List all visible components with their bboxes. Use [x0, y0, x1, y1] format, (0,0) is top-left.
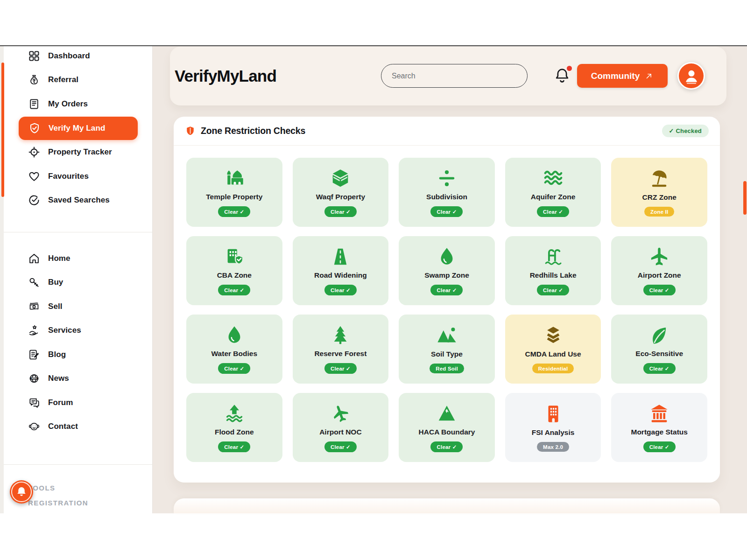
zone-card-label: Reserve Forest	[314, 350, 366, 358]
zone-card-aquifer-zone[interactable]: Aquifer Zone Clear ✓	[505, 158, 601, 227]
layers-icon	[543, 325, 564, 346]
zone-card-crz-zone[interactable]: CRZ Zone Zone II	[611, 158, 707, 227]
tracker-icon	[28, 146, 40, 158]
zone-card-water-bodies[interactable]: Water Bodies Clear ✓	[186, 315, 282, 384]
zone-card-eco-sensitive[interactable]: Eco-Sensitive Clear ✓	[611, 315, 707, 384]
zone-card-mortgage-status[interactable]: Mortgage Status Clear ✓	[611, 393, 707, 462]
sidebar-item-property-tracker[interactable]: Property Tracker	[4, 140, 152, 165]
road-icon	[330, 246, 351, 267]
user-avatar[interactable]	[677, 62, 705, 90]
community-button-label: Community	[591, 71, 640, 81]
zone-card-badge: Clear ✓	[643, 285, 676, 295]
zone-checks-panel: Zone Restriction Checks ✓ Checked Temple…	[174, 117, 720, 483]
zone-card-redhills-lake[interactable]: Redhills Lake Clear ✓	[505, 236, 601, 305]
blog-icon	[28, 349, 40, 361]
external-arrow-icon	[644, 71, 654, 81]
zone-card-temple-property[interactable]: Temple Property Clear ✓	[186, 158, 282, 227]
sidebar-item-referral[interactable]: Referral	[4, 68, 152, 92]
community-button[interactable]: Community	[577, 64, 668, 88]
zone-card-label: Soil Type	[431, 350, 463, 358]
sidebar: Dashboard Referral My Orders Verify My L…	[4, 46, 153, 513]
zone-card-label: Subdivision	[426, 193, 467, 201]
zone-card-reserve-forest[interactable]: Reserve Forest Clear ✓	[293, 315, 389, 384]
key-icon	[28, 276, 40, 288]
sidebar-item-contact[interactable]: Contact	[4, 415, 152, 439]
water-drop-icon	[224, 324, 245, 346]
zone-card-badge: Clear ✓	[324, 285, 357, 295]
zone-card-badge: Clear ✓	[324, 206, 357, 217]
home-icon	[28, 252, 40, 265]
zone-card-label: Airport NOC	[319, 428, 361, 436]
sidebar-item-my-orders[interactable]: My Orders	[4, 92, 152, 116]
sidebar-item-buy[interactable]: Buy	[4, 271, 152, 295]
bell-icon	[15, 486, 28, 498]
pool-ladder-icon	[543, 246, 564, 267]
zone-card-swamp-zone[interactable]: Swamp Zone Clear ✓	[399, 236, 495, 305]
sidebar-item-sell[interactable]: Sell	[4, 294, 152, 319]
cash-icon	[28, 301, 40, 313]
zone-card-badge: Clear ✓	[430, 285, 463, 295]
sidebar-item-favourites[interactable]: Favourites	[4, 164, 152, 189]
zone-card-airport-noc[interactable]: Airport NOC Clear ✓	[293, 393, 389, 462]
zone-card-road-widening[interactable]: Road Widening Clear ✓	[293, 236, 389, 305]
sidebar-footer-registration-label: REGISTRATION	[28, 499, 88, 507]
zone-cards-grid: Temple Property Clear ✓ Waqf Property Cl…	[174, 146, 720, 462]
waves-icon	[543, 168, 564, 189]
zone-card-haca-boundary[interactable]: HACA Boundary Clear ✓	[399, 393, 495, 462]
zone-card-waqf-property[interactable]: Waqf Property Clear ✓	[293, 158, 389, 227]
zone-card-label: Swamp Zone	[424, 271, 469, 280]
search-input[interactable]	[381, 64, 528, 88]
mountain-icon	[436, 403, 458, 424]
notification-bell-button[interactable]	[554, 66, 572, 85]
zone-card-cmda-land-use[interactable]: CMDA Land Use Residential	[505, 315, 601, 384]
zone-card-flood-zone[interactable]: Flood Zone Clear ✓	[186, 393, 282, 462]
zone-card-fsi-analysis[interactable]: FSI Analysis Max 2.0	[505, 393, 601, 462]
zone-card-label: Temple Property	[206, 193, 262, 201]
sidebar-item-services[interactable]: Services	[4, 319, 152, 343]
sidebar-secondary-nav: Home Buy Sell Services Blog NEWS News Fo…	[4, 246, 152, 439]
zone-card-badge: Red Soil	[430, 364, 464, 373]
mountain-sun-icon	[436, 325, 458, 346]
referral-icon	[28, 74, 40, 86]
person-icon	[682, 67, 701, 85]
building-icon	[543, 403, 564, 425]
zone-card-label: FSI Analysis	[532, 428, 575, 437]
sidebar-item-verify-my-land[interactable]: Verify My Land	[19, 117, 138, 140]
zone-card-label: Road Widening	[314, 271, 367, 280]
zone-card-badge: Clear ✓	[643, 363, 676, 374]
shield-icon	[185, 126, 196, 136]
zone-card-subdivision[interactable]: Subdivision Clear ✓	[399, 158, 495, 227]
pine-tree-icon	[330, 324, 351, 346]
sidebar-item-blog[interactable]: Blog	[4, 343, 152, 367]
zone-card-label: CBA Zone	[217, 271, 252, 280]
zone-card-badge: Clear ✓	[537, 206, 569, 217]
news-icon: NEWS	[28, 372, 40, 385]
zone-card-airport-zone[interactable]: Airport Zone Clear ✓	[611, 236, 707, 305]
zone-card-cba-zone[interactable]: CBA Zone Clear ✓	[186, 236, 282, 305]
zone-card-label: Aquifer Zone	[531, 193, 576, 201]
next-panel-partial	[174, 498, 720, 513]
hand-star-icon	[28, 324, 40, 336]
sidebar-item-news[interactable]: NEWS News	[4, 367, 152, 391]
zone-card-badge: Residential	[532, 364, 574, 373]
zone-card-badge: Zone II	[644, 207, 674, 217]
forum-icon	[28, 397, 40, 409]
sidebar-divider	[4, 232, 152, 232]
app-title: VerifyMyLand	[175, 67, 276, 85]
beach-umbrella-icon	[648, 168, 670, 189]
scrollbar-thumb[interactable]	[743, 181, 747, 215]
zone-card-badge: Max 2.0	[537, 442, 569, 452]
sidebar-item-forum[interactable]: Forum	[4, 391, 152, 415]
svg-text:NEWS: NEWS	[31, 378, 37, 380]
notification-fab[interactable]	[10, 480, 33, 504]
zone-card-label: Redhills Lake	[530, 271, 577, 280]
panel-header: Zone Restriction Checks ✓ Checked	[174, 117, 720, 146]
zone-card-label: CRZ Zone	[642, 193, 677, 202]
sidebar-item-home[interactable]: Home	[4, 246, 152, 271]
sidebar-item-dashboard[interactable]: Dashboard	[4, 44, 152, 68]
zone-card-label: Flood Zone	[215, 428, 254, 436]
plane-tilted-icon	[330, 403, 351, 424]
zone-card-label: Waqf Property	[316, 193, 365, 201]
zone-card-soil-type[interactable]: Soil Type Red Soil	[399, 315, 495, 384]
sidebar-item-saved-searches[interactable]: Saved Searches	[4, 189, 152, 213]
